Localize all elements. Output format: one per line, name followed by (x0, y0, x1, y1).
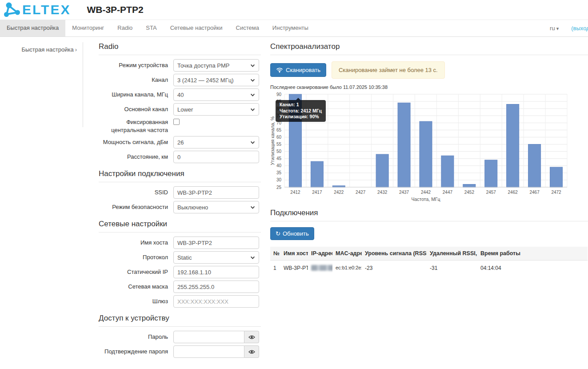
svg-text:60: 60 (276, 135, 282, 140)
protocol-select[interactable]: Static (173, 251, 259, 264)
device-mode-select[interactable]: Точка доступа PMP (173, 59, 259, 72)
logout-link[interactable]: (выход) (571, 25, 588, 32)
eltex-logo: ELTEX (4, 2, 71, 18)
password-input[interactable] (173, 331, 244, 343)
netmask-label: Сетевая маска (99, 283, 173, 291)
chevron-down-icon (250, 63, 255, 68)
tab-monitoring[interactable]: Мониторинг (65, 20, 111, 36)
svg-text:2462: 2462 (508, 190, 518, 195)
svg-text:2432: 2432 (377, 190, 388, 195)
svg-text:2427: 2427 (356, 190, 366, 195)
password-confirm-input[interactable] (173, 345, 244, 358)
header: ELTEX WB-3P-PTP2 (0, 0, 588, 20)
cell-rssi: -23 (362, 261, 427, 277)
form-row-gateway: Шлюз (99, 295, 261, 308)
password-confirm-group (173, 345, 259, 358)
scan-row: Сканировать Сканирование займет не более… (270, 60, 588, 79)
redacted-ip (311, 265, 332, 271)
fixed-center-freq-checkbox[interactable] (173, 119, 180, 125)
form-row-password: Пароль (99, 331, 261, 343)
bar-2437[interactable] (398, 103, 410, 187)
sidebar-items: Быстрая настройка› (0, 42, 83, 53)
svg-text:2412: 2412 (290, 190, 300, 195)
bar-2457[interactable] (485, 160, 497, 187)
signal-power-select[interactable]: 26 (173, 136, 259, 148)
bar-2467[interactable] (528, 144, 541, 187)
eltex-molecule-icon (4, 2, 20, 18)
form-sections: RadioРежим устройстваТочка доступа PMPКа… (99, 42, 261, 358)
form-row-channel: Канал3 (2412 — 2452 МГц) (99, 74, 261, 86)
x-axis-label: Частота, МГц (411, 197, 440, 202)
table-body: 1WB-3P-PTP2ec:b1:e0:2e:68:50-23-3104:14:… (270, 261, 588, 277)
bar-2417[interactable] (311, 161, 323, 187)
y-axis-label: Утилизация канала, % (270, 116, 275, 165)
form-row-channel-width: Ширина канала, МГц40 (99, 88, 261, 101)
tab-network-settings[interactable]: Сетевые настройки (164, 20, 229, 36)
gateway-label: Шлюз (99, 297, 173, 305)
gateway-input[interactable] (173, 295, 259, 308)
table-row: 1WB-3P-PTP2ec:b1:e0:2e:68:50-23-3104:14:… (270, 261, 588, 277)
form-row-security-mode: Режим безопасностиВыключено (99, 201, 261, 213)
hostname-input[interactable] (173, 237, 259, 249)
ssid-input[interactable] (173, 186, 259, 199)
chevron-down-icon (250, 205, 255, 210)
tab-radio[interactable]: Radio (111, 20, 139, 36)
chevron-down-icon (250, 255, 255, 260)
svg-text:25: 25 (276, 185, 282, 190)
chevron-down-icon (250, 140, 255, 145)
connections-title: Подключения (270, 209, 588, 221)
svg-text:50: 50 (276, 149, 282, 154)
security-mode-select[interactable]: Выключено (173, 201, 259, 213)
channel-label: Канал (99, 76, 173, 84)
refresh-button[interactable]: ↻Обновить (270, 227, 314, 240)
bar-2472[interactable] (550, 167, 563, 187)
sidebar: Быстрая настройка› (0, 42, 83, 127)
password-reveal-button[interactable] (244, 331, 259, 343)
bar-2442[interactable] (420, 121, 432, 187)
tab-quick-setup[interactable]: Быстрая настройка (0, 20, 65, 36)
bar-2452[interactable] (463, 184, 476, 187)
scan-button[interactable]: Сканировать (270, 63, 326, 77)
tab-system[interactable]: Система (229, 20, 266, 36)
language-dropdown[interactable]: ru▾ (550, 25, 559, 32)
svg-text:2472: 2472 (551, 190, 561, 195)
form-row-ssid: SSID (99, 186, 261, 199)
sidebar-item-quick-setup[interactable]: Быстрая настройка› (0, 42, 83, 53)
spectrum-title: Спектроанализатор (270, 42, 588, 55)
tab-tools[interactable]: Инструменты (266, 20, 315, 36)
section-title-connection-settings: Настройки подключения (99, 169, 261, 182)
distance-input[interactable] (173, 151, 259, 163)
tab-sta[interactable]: STA (139, 20, 163, 36)
table-header-3: MAC-адрес (332, 247, 362, 261)
primary-channel-label: Основной канал (99, 105, 173, 113)
fixed-center-freq-label: Фиксированная центральная частота (99, 118, 173, 134)
primary-channel-select[interactable]: Lower (173, 103, 259, 116)
chevron-down-icon (250, 78, 255, 83)
channel-width-select[interactable]: 40 (173, 88, 259, 101)
static-ip-input[interactable] (173, 266, 259, 278)
chevron-right-icon: › (75, 46, 77, 53)
netmask-input[interactable] (173, 281, 259, 293)
form-row-device-mode: Режим устройстваТочка доступа PMP (99, 59, 261, 72)
bar-2462[interactable] (507, 104, 519, 187)
bar-2432[interactable] (376, 154, 388, 187)
chevron-down-icon (250, 92, 255, 97)
table-header-4: Уровень сигнала (RSSI), дБм (362, 247, 427, 261)
svg-text:2447: 2447 (443, 190, 453, 195)
form-row-hostname: Имя хоста (99, 237, 261, 249)
form-row-protocol: ПротоколStatic (99, 251, 261, 264)
password-confirm-reveal-button[interactable] (244, 345, 259, 358)
channel-select[interactable]: 3 (2412 — 2452 МГц) (173, 74, 259, 86)
caret-down-icon: ▾ (556, 26, 559, 31)
protocol-value: Static (177, 254, 250, 261)
refresh-icon: ↻ (276, 230, 280, 237)
section-title-radio: Radio (99, 42, 261, 55)
eye-icon (248, 349, 255, 354)
device-mode-label: Режим устройства (99, 61, 173, 69)
table-header-5: Удаленный RSSI, дБм (427, 247, 477, 261)
bar-2447[interactable] (441, 156, 454, 187)
cell-remote-rssi: -31 (427, 261, 477, 277)
svg-text:45: 45 (276, 156, 282, 161)
channel-width-label: Ширина канала, МГц (99, 91, 173, 99)
refresh-row: ↻Обновить (270, 227, 588, 240)
